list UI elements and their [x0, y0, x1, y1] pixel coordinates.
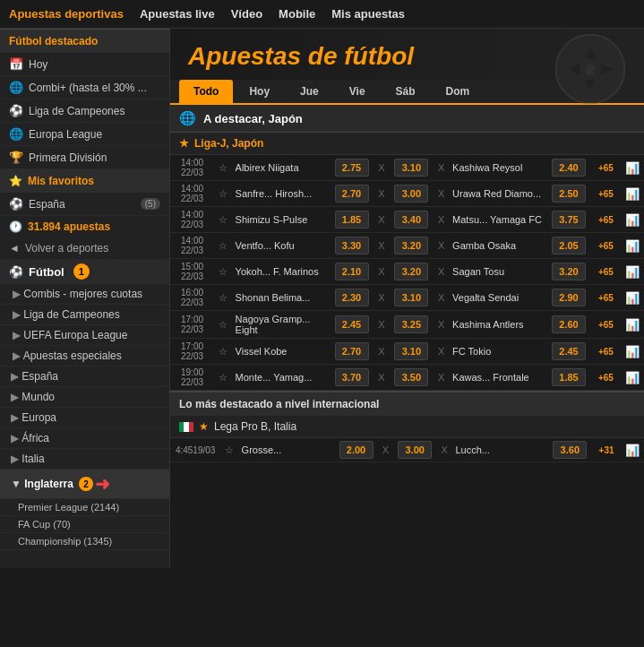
sidebar-nav-uefa[interactable]: ▶ UEFA Europa League: [0, 325, 169, 346]
oddx-btn[interactable]: 3.10: [389, 285, 434, 311]
arrow10-icon: ▼: [11, 478, 21, 490]
sidebar-nav-especiales[interactable]: ▶ Apuestas especiales: [0, 346, 169, 367]
sidebar-item-primera-division[interactable]: 🏆 Primera División: [0, 146, 169, 169]
more-label[interactable]: +65: [591, 285, 621, 311]
sidebar-fa-cup[interactable]: FA Cup (70): [0, 516, 169, 533]
more-label[interactable]: +65: [591, 339, 621, 365]
sidebar-item-hoy[interactable]: 📅 Hoy: [0, 53, 169, 76]
odd1-btn[interactable]: 2.10: [330, 259, 374, 285]
oddx-btn[interactable]: 3.20: [389, 259, 434, 285]
sidebar-item-combi[interactable]: 🌐 Combi+ (hasta el 30% ...: [0, 76, 169, 99]
sidebar-item-espana[interactable]: ⚽ España (5): [0, 193, 169, 216]
more-label[interactable]: +65: [591, 181, 621, 207]
nav-video[interactable]: Vídeo: [231, 7, 262, 21]
nav-mis-apuestas[interactable]: Mis apuestas: [331, 7, 405, 21]
chart-icon[interactable]: 📊: [621, 181, 644, 207]
match-star[interactable]: ☆: [214, 207, 232, 233]
tab-sab[interactable]: Sáb: [382, 80, 430, 103]
more-label[interactable]: +65: [591, 311, 621, 339]
match-star[interactable]: ☆: [214, 285, 232, 311]
chart-icon[interactable]: 📊: [621, 339, 644, 365]
tab-todo[interactable]: Todo: [179, 80, 233, 103]
match-star[interactable]: ☆: [214, 155, 232, 181]
odd2-btn[interactable]: 2.60: [546, 311, 591, 339]
odd1-btn[interactable]: 2.70: [330, 181, 374, 207]
oddx-btn[interactable]: 3.50: [389, 365, 434, 391]
match-star[interactable]: ☆: [214, 181, 232, 207]
odd2-btn[interactable]: 1.85: [546, 365, 591, 391]
odd1-btn[interactable]: 2.30: [330, 285, 374, 311]
chart-icon[interactable]: 📊: [621, 311, 644, 339]
oddx-btn[interactable]: 3.25: [389, 311, 434, 339]
tab-vie[interactable]: Vie: [335, 80, 380, 103]
odd2-btn[interactable]: 2.40: [546, 155, 591, 181]
odd2-btn[interactable]: 3.75: [546, 207, 591, 233]
sidebar-apuestas[interactable]: 🕐 31.894 apuestas: [0, 216, 169, 237]
match-time: 17:0022/03: [170, 311, 214, 339]
odd1-btn[interactable]: 2.70: [330, 339, 374, 365]
x-label: X: [374, 365, 390, 391]
more-label[interactable]: +65: [591, 233, 621, 259]
more-label[interactable]: +65: [591, 207, 621, 233]
sidebar-region-espana[interactable]: ▶ España: [0, 367, 169, 387]
sidebar-item-liga-campeones[interactable]: ⚽ Liga de Campeones: [0, 99, 169, 123]
chart-icon[interactable]: 📊: [621, 438, 644, 462]
match-star[interactable]: ☆: [214, 365, 232, 391]
sidebar-sport-futbol[interactable]: ⚽ Fútbol 1: [0, 259, 169, 284]
match-star[interactable]: ☆: [214, 259, 232, 285]
tab-dom[interactable]: Dom: [432, 80, 485, 103]
sidebar-championship[interactable]: Championship (1345): [0, 533, 169, 550]
odd1-btn[interactable]: 3.70: [330, 365, 374, 391]
oddx-btn[interactable]: 3.10: [389, 155, 434, 181]
nav-apuestas-live[interactable]: Apuestas live: [140, 7, 215, 21]
sidebar-nav-liga-campeones[interactable]: ▶ Liga de Campeones: [0, 305, 169, 325]
sidebar-premier-league[interactable]: Premier League (2144): [0, 499, 169, 516]
oddx-btn[interactable]: 3.00: [393, 438, 437, 462]
oddx-btn[interactable]: 3.00: [389, 181, 434, 207]
nav-apuestas-deportivas[interactable]: Apuestas deportivas: [9, 7, 124, 21]
odd1-btn[interactable]: 2.00: [334, 438, 378, 462]
odd1-btn[interactable]: 3.30: [330, 233, 374, 259]
star-icon: ⭐: [9, 175, 22, 187]
sidebar-region-mundo[interactable]: ▶ Mundo: [0, 387, 169, 408]
oddx-btn[interactable]: 3.20: [389, 233, 434, 259]
match-star[interactable]: ☆: [214, 233, 232, 259]
odd2-btn[interactable]: 2.50: [546, 181, 591, 207]
chart-icon[interactable]: 📊: [621, 259, 644, 285]
match-star[interactable]: ☆: [214, 311, 232, 339]
sidebar-back[interactable]: ◄ Volver a deportes: [0, 237, 169, 259]
sidebar-item-europa-league[interactable]: 🌐 Europa League: [0, 123, 169, 146]
more-label[interactable]: +31: [592, 438, 621, 462]
chart-icon[interactable]: 📊: [621, 285, 644, 311]
sidebar-region-inglaterra[interactable]: ▼ Inglaterra 2 ➜: [0, 470, 169, 499]
odd2-btn[interactable]: 3.60: [548, 438, 592, 462]
chart-icon[interactable]: 📊: [621, 207, 644, 233]
match-star[interactable]: ☆: [220, 438, 237, 462]
sidebar-nav-combis[interactable]: ▶ Combis - mejores cuotas: [0, 284, 169, 305]
tab-hoy[interactable]: Hoy: [235, 80, 284, 103]
odd1-btn[interactable]: 2.75: [330, 155, 374, 181]
oddx-btn[interactable]: 3.10: [389, 339, 434, 365]
team1-name: Monte... Yamag...: [232, 365, 330, 391]
table-row: 19:0022/03 ☆ Monte... Yamag... 3.70 X 3.…: [170, 365, 644, 391]
nav-mobile[interactable]: Mobile: [279, 7, 315, 21]
sidebar-region-italia[interactable]: ▶ Italia: [0, 449, 169, 470]
match-star[interactable]: ☆: [214, 339, 232, 365]
chart-icon[interactable]: 📊: [621, 365, 644, 391]
sidebar-region-africa[interactable]: ▶ África: [0, 428, 169, 449]
chart-icon[interactable]: 📊: [621, 155, 644, 181]
oddx-btn[interactable]: 3.40: [389, 207, 434, 233]
odd2-btn[interactable]: 3.20: [546, 259, 591, 285]
odd1-btn[interactable]: 1.85: [330, 207, 374, 233]
table-row: 4:4519/03 ☆ Grosse... 2.00 X 3.00 X Lucc…: [170, 438, 644, 462]
odd2-btn[interactable]: 2.05: [546, 233, 591, 259]
chart-icon[interactable]: 📊: [621, 233, 644, 259]
odd1-btn[interactable]: 2.45: [330, 311, 374, 339]
odd2-btn[interactable]: 2.90: [546, 285, 591, 311]
odd2-btn[interactable]: 2.45: [546, 339, 591, 365]
sidebar-region-europa[interactable]: ▶ Europa: [0, 408, 169, 428]
more-label[interactable]: +65: [591, 365, 621, 391]
more-label[interactable]: +65: [591, 155, 621, 181]
more-label[interactable]: +65: [591, 259, 621, 285]
tab-jue[interactable]: Jue: [286, 80, 333, 103]
